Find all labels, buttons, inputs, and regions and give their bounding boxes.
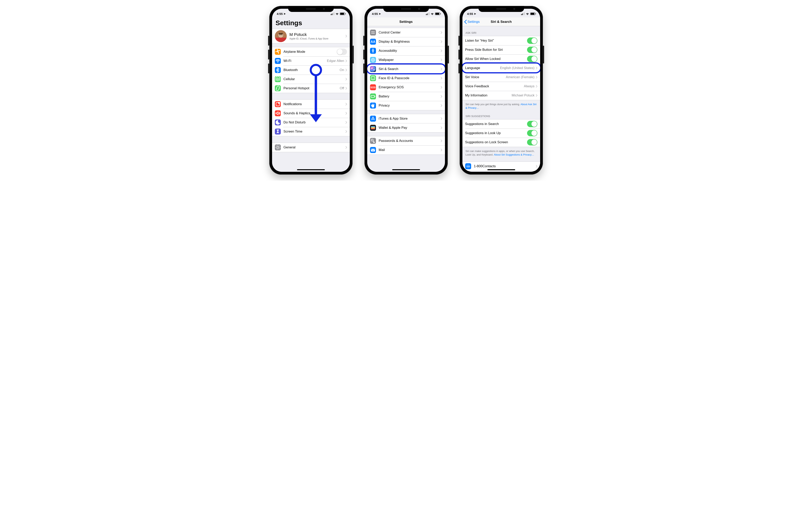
row-voice-feedback[interactable]: Voice FeedbackAlways	[462, 82, 540, 91]
content[interactable]: Settings Control CenterAADisplay & Brigh…	[367, 9, 445, 172]
toggle[interactable]	[527, 47, 538, 53]
row-label: Suggestions on Lock Screen	[465, 140, 527, 144]
hand-icon	[370, 103, 376, 109]
row-label: Notifications	[284, 102, 345, 106]
row-display-brightness[interactable]: AADisplay & Brightness	[367, 37, 445, 46]
row-notifications[interactable]: Notifications	[272, 100, 350, 109]
SOS-icon: SOS	[370, 84, 376, 90]
chevron-right-icon	[441, 104, 442, 107]
content[interactable]: Settings Siri & Search Ask Siri Listen f…	[462, 9, 540, 172]
row-suggestions-in-search[interactable]: Suggestions in Search	[462, 119, 540, 129]
row-allow-siri-when-locked[interactable]: Allow Siri When Locked	[462, 54, 540, 63]
navbar: Settings Siri & Search	[462, 18, 540, 26]
key-icon	[370, 138, 376, 144]
row-label: Face ID & Passcode	[379, 76, 441, 80]
row-language[interactable]: LanguageEnglish (United States)	[462, 63, 540, 73]
row-value: English (United States)	[500, 66, 534, 70]
row-label: Listen for “Hey Siri”	[465, 39, 527, 43]
row-bluetooth[interactable]: BluetoothOn	[272, 65, 350, 75]
link-icon	[275, 85, 281, 91]
row-label: Bluetooth	[284, 68, 340, 72]
wall-icon	[370, 57, 376, 63]
row-emergency-sos[interactable]: SOSEmergency SOS	[367, 83, 445, 92]
row-wallpaper[interactable]: Wallpaper	[367, 55, 445, 64]
row-siri-search[interactable]: Siri & Search	[367, 64, 445, 74]
toggle[interactable]	[527, 37, 538, 44]
home-indicator[interactable]	[392, 169, 420, 170]
row-wi-fi[interactable]: Wi-FiEdgar Allen	[272, 56, 350, 65]
row-general[interactable]: General	[272, 143, 350, 152]
row-listen-for-hey-siri[interactable]: Listen for “Hey Siri”	[462, 36, 540, 45]
svg-text:AA: AA	[371, 40, 375, 44]
chevron-right-icon	[441, 95, 442, 98]
row-label: Do Not Disturb	[284, 120, 345, 125]
row-do-not-disturb[interactable]: Do Not Disturb	[272, 118, 350, 127]
cc-icon	[370, 30, 376, 35]
row-suggestions-on-lock-screen[interactable]: Suggestions on Lock Screen	[462, 138, 540, 147]
home-indicator[interactable]	[487, 169, 515, 170]
row-label: General	[284, 145, 345, 149]
chevron-right-icon	[441, 67, 442, 71]
toggle[interactable]	[527, 130, 538, 136]
chevron-right-icon	[536, 76, 538, 79]
row-my-information[interactable]: My InformationMichael Potuck	[462, 91, 540, 100]
row-battery[interactable]: Battery	[367, 92, 445, 101]
row-siri-voice[interactable]: Siri VoiceAmerican (Female)	[462, 73, 540, 82]
row-wallet-apple-pay[interactable]: Wallet & Apple Pay	[367, 123, 445, 132]
nav-title: Settings	[399, 20, 413, 24]
about-siri-suggestions-link[interactable]: About Siri Suggestions & Privacy…	[494, 153, 534, 156]
toggle[interactable]	[527, 56, 538, 62]
notch	[383, 6, 429, 12]
wifi-icon	[336, 12, 339, 15]
toggle[interactable]	[337, 49, 347, 55]
screen: 4:55 ➤ Settings M Potuck Apple ID, iClou…	[272, 9, 350, 172]
wifi-icon	[526, 12, 529, 15]
svg-rect-18	[371, 76, 375, 80]
chevron-right-icon	[441, 31, 442, 34]
home-indicator[interactable]	[297, 169, 325, 170]
toggle[interactable]	[527, 121, 538, 127]
row-label: Accessibility	[379, 49, 441, 53]
row-face-id-passcode[interactable]: Face ID & Passcode	[367, 74, 445, 83]
row-sounds-haptics[interactable]: Sounds & Haptics	[272, 109, 350, 118]
row-label: Privacy	[379, 104, 441, 108]
row-airplane-mode[interactable]: Airplane Mode	[272, 47, 350, 56]
chevron-right-icon	[441, 49, 442, 52]
row-label: Control Center	[379, 31, 441, 34]
row-label: Battery	[379, 94, 441, 99]
chevron-right-icon	[441, 139, 442, 142]
notif-icon	[275, 101, 281, 107]
row-control-center[interactable]: Control Center	[367, 28, 445, 37]
content[interactable]: Settings M Potuck Apple ID, iCloud, iTun…	[272, 9, 350, 172]
row-personal-hotspot[interactable]: Personal HotspotOff	[272, 84, 350, 93]
svg-point-7	[277, 146, 279, 148]
row-screen-time[interactable]: Screen Time	[272, 127, 350, 136]
row-label: Wallet & Apple Pay	[379, 126, 441, 130]
row-label: Mail	[379, 148, 441, 152]
svg-point-16	[373, 59, 373, 60]
chevron-right-icon	[345, 130, 347, 133]
apple-id-row[interactable]: M Potuck Apple ID, iCloud, iTunes & App …	[272, 29, 350, 43]
row-mail[interactable]: Mail	[367, 145, 445, 155]
chevron-right-icon	[536, 67, 538, 70]
row-label: Siri & Search	[379, 67, 441, 71]
row-press-side-button-for-siri[interactable]: Press Side Button for Siri	[462, 45, 540, 54]
svg-rect-23	[375, 96, 375, 97]
row-privacy[interactable]: Privacy	[367, 101, 445, 110]
row-itunes-app-store[interactable]: iTunes & App Store	[367, 114, 445, 123]
toggle[interactable]	[527, 139, 538, 145]
row-label: Wi-Fi	[284, 59, 327, 63]
row-accessibility[interactable]: Accessibility	[367, 46, 445, 55]
row-label: Press Side Button for Siri	[465, 48, 527, 52]
row-suggestions-in-look-up[interactable]: Suggestions in Look Up	[462, 129, 540, 138]
svg-rect-28	[371, 149, 375, 152]
1800-icon: 1800	[465, 163, 471, 169]
chevron-right-icon	[536, 94, 538, 97]
profile-sub: Apple ID, iCloud, iTunes & App Store	[290, 37, 345, 40]
svg-rect-22	[371, 95, 375, 98]
chevron-right-icon	[345, 121, 347, 124]
back-button[interactable]: Settings	[464, 20, 480, 24]
row-cellular[interactable]: Cellular	[272, 75, 350, 84]
phone-1: 4:55 ➤ Settings M Potuck Apple ID, iClou…	[269, 6, 353, 174]
row-passwords-accounts[interactable]: Passwords & Accounts	[367, 136, 445, 145]
